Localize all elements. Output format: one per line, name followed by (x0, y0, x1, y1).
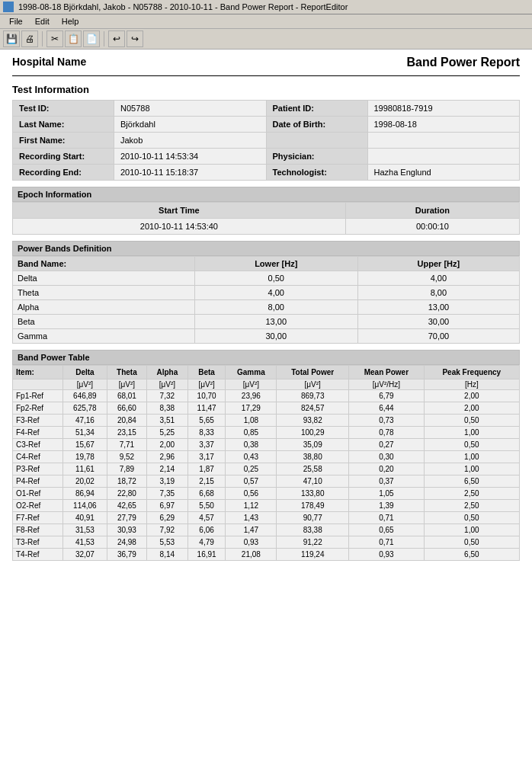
toolbar-separator-1 (42, 31, 43, 46)
power-data-cell: 32,07 (62, 549, 107, 561)
redo-button[interactable]: ↪ (127, 30, 143, 47)
power-data-cell: 4,57 (187, 512, 226, 524)
power-data-cell: 68,01 (107, 390, 146, 402)
save-button[interactable]: 💾 (3, 30, 20, 47)
epoch-start-header: Start Time (13, 203, 346, 219)
power-data-cell: 0,65 (349, 524, 424, 536)
power-col-header: Delta (62, 366, 107, 379)
menu-help[interactable]: Help (56, 15, 85, 27)
test-info-value: Jakob (114, 133, 267, 149)
power-data-cell: F3-Ref (13, 415, 63, 427)
power-data-row: Fp1-Ref646,8968,017,3210,7023,96869,736,… (13, 390, 520, 402)
power-data-cell: 0,93 (226, 536, 277, 549)
menu-bar: File Edit Help (0, 14, 532, 29)
copy-button[interactable]: 📋 (65, 30, 82, 47)
cut-button[interactable]: ✂ (46, 30, 63, 47)
power-data-cell: 9,52 (107, 451, 146, 463)
power-data-cell: 22,80 (107, 488, 146, 500)
print-button[interactable]: 🖨 (21, 30, 38, 47)
power-data-cell: F7-Ref (13, 512, 63, 524)
power-bands-section-header: Power Bands Definition (12, 241, 520, 256)
menu-file[interactable]: File (3, 15, 29, 27)
power-data-row: O1-Ref86,9422,807,356,680,56133,801,052,… (13, 488, 520, 500)
test-info-label2 (266, 133, 367, 149)
power-data-cell: 1,39 (349, 500, 424, 512)
power-data-cell: 7,32 (146, 390, 187, 402)
app-icon (3, 2, 14, 12)
power-data-cell: 51,34 (62, 427, 107, 439)
power-unit-cell: [μV²/Hz] (349, 379, 424, 390)
power-data-row: F4-Ref51,3423,155,258,330,85100,290,781,… (13, 427, 520, 439)
power-data-cell: 4,79 (187, 536, 226, 549)
power-data-cell: F4-Ref (13, 427, 63, 439)
report-title: Band Power Report (407, 56, 520, 69)
power-data-cell: 0,71 (349, 536, 424, 549)
power-unit-cell: [μV²] (277, 379, 349, 390)
power-data-cell: 1,00 (424, 451, 519, 463)
power-data-cell: 1,47 (226, 524, 277, 536)
power-data-cell: 1,00 (424, 427, 519, 439)
test-info-title: Test Information (12, 84, 520, 95)
test-info-label: Test ID: (13, 101, 114, 117)
report-header: Hospital Name Band Power Report (12, 56, 520, 69)
undo-button[interactable]: ↩ (108, 30, 125, 47)
power-data-cell: 66,60 (107, 402, 146, 415)
power-col-header: Total Power (277, 366, 349, 379)
bands-row: Gamma30,0070,00 (13, 329, 520, 344)
power-unit-cell (13, 379, 63, 390)
power-data-cell: 2,15 (187, 475, 226, 488)
power-data-cell: 31,53 (62, 524, 107, 536)
power-data-cell: 625,78 (62, 402, 107, 415)
power-data-cell: 11,47 (187, 402, 226, 415)
test-info-label2: Technologist: (266, 165, 367, 181)
test-info-label: Last Name: (13, 117, 114, 133)
test-info-row: Test ID: N05788 Patient ID: 19980818-791… (13, 101, 520, 117)
power-data-cell: 0,50 (424, 536, 519, 549)
menu-edit[interactable]: Edit (29, 15, 56, 27)
power-data-cell: 646,89 (62, 390, 107, 402)
power-data-row: O2-Ref114,0642,656,975,501,12178,491,392… (13, 500, 520, 512)
power-data-cell: 178,49 (277, 500, 349, 512)
test-info-label: Recording Start: (13, 149, 114, 165)
power-data-cell: 83,38 (277, 524, 349, 536)
power-col-header: Beta (187, 366, 226, 379)
power-data-cell: 0,93 (349, 549, 424, 561)
power-data-cell: 25,58 (277, 463, 349, 475)
test-info-row: Last Name: Björkdahl Date of Birth: 1998… (13, 117, 520, 133)
power-unit-cell: [μV²] (146, 379, 187, 390)
power-data-cell: 2,14 (146, 463, 187, 475)
power-data-cell: 20,02 (62, 475, 107, 488)
test-info-value2: 19980818-7919 (367, 101, 520, 117)
power-data-cell: 0,50 (424, 415, 519, 427)
bands-cell: 4,00 (194, 286, 357, 300)
power-col-header: Alpha (146, 366, 187, 379)
test-info-value2: 1998-08-18 (367, 117, 520, 133)
header-divider (12, 75, 520, 76)
power-data-cell: 91,22 (277, 536, 349, 549)
epoch-duration-value: 00:00:10 (345, 219, 519, 235)
power-data-cell: 35,09 (277, 439, 349, 451)
power-data-cell: 1,87 (187, 463, 226, 475)
bands-col-header: Band Name: (13, 257, 195, 271)
power-data-cell: 19,78 (62, 451, 107, 463)
power-data-cell: 7,89 (107, 463, 146, 475)
bands-cell: 30,00 (357, 315, 519, 329)
bands-cell: 8,00 (357, 286, 519, 300)
power-data-cell: 824,57 (277, 402, 349, 415)
test-info-value2 (367, 149, 520, 165)
power-data-cell: 3,19 (146, 475, 187, 488)
power-data-cell: 114,06 (62, 500, 107, 512)
paste-button[interactable]: 📄 (83, 30, 100, 47)
power-data-cell: C4-Ref (13, 451, 63, 463)
main-content: Hospital Name Band Power Report Test Inf… (0, 50, 532, 567)
power-data-cell: 0,73 (349, 415, 424, 427)
power-data-cell: 40,91 (62, 512, 107, 524)
bands-cell: 70,00 (357, 329, 519, 344)
power-data-cell: 38,80 (277, 451, 349, 463)
power-unit-cell: [μV²] (62, 379, 107, 390)
power-data-cell: 16,91 (187, 549, 226, 561)
power-data-cell: 41,53 (62, 536, 107, 549)
power-data-cell: 1,00 (424, 524, 519, 536)
power-data-cell: 86,94 (62, 488, 107, 500)
power-data-cell: 1,00 (424, 463, 519, 475)
